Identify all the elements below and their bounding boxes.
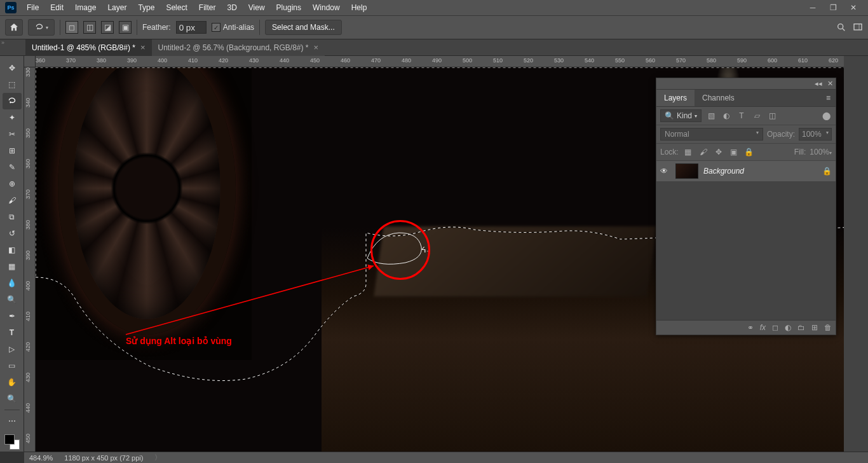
color-swatch[interactable]	[4, 434, 20, 450]
filter-type-icon[interactable]: T	[736, 110, 747, 121]
dock-collapse-handle[interactable]: »	[1, 39, 9, 46]
document-info[interactable]: 1180 px x 450 px (72 ppi)	[64, 454, 143, 462]
healing-tool-icon[interactable]: ⊕	[3, 176, 22, 192]
menu-filter[interactable]: Filter	[194, 1, 221, 14]
active-tool-indicator[interactable]: ▾	[28, 19, 55, 36]
move-tool-icon[interactable]: ✥	[3, 60, 22, 76]
menu-image[interactable]: Image	[70, 1, 101, 14]
shape-tool-icon[interactable]: ▭	[3, 357, 22, 374]
hand-tool-icon[interactable]: ✋	[3, 374, 22, 390]
tab-channels[interactable]: Channels	[695, 90, 742, 106]
menu-help[interactable]: Help	[346, 1, 372, 14]
new-layer-icon[interactable]: ⊞	[811, 323, 818, 332]
zoom-level[interactable]: 484.9%	[29, 454, 53, 462]
feather-input[interactable]	[176, 21, 207, 34]
tab-untitled-2[interactable]: Untitled-2 @ 56.7% (Background, RGB/8#) …	[152, 39, 325, 56]
adjustment-layer-icon[interactable]: ◐	[785, 323, 791, 332]
ruler-tick: 610	[798, 57, 808, 64]
link-layers-icon[interactable]: ⚭	[747, 323, 754, 332]
ruler-origin[interactable]	[24, 56, 36, 67]
pen-tool-icon[interactable]: ✒	[3, 308, 22, 324]
layer-thumbnail[interactable]	[675, 163, 698, 179]
selection-intersect-icon[interactable]: ▣	[119, 21, 132, 34]
menu-plugins[interactable]: Plugins	[271, 1, 306, 14]
brush-tool-icon[interactable]: 🖌	[3, 192, 22, 209]
ruler-tick: 570	[676, 57, 686, 64]
opacity-input[interactable]: 100%▾	[799, 128, 832, 141]
path-selection-tool-icon[interactable]: ▷	[3, 341, 22, 357]
tab-untitled-1[interactable]: Untitled-1 @ 485% (RGB/8#) * ×	[25, 39, 152, 56]
clone-stamp-tool-icon[interactable]: ⧉	[3, 209, 22, 225]
window-close-icon[interactable]: ✕	[844, 1, 863, 14]
search-icon[interactable]	[836, 22, 846, 32]
right-dock-collapsed[interactable]	[844, 56, 868, 452]
dodge-tool-icon[interactable]: 🔍	[3, 291, 22, 308]
eraser-tool-icon[interactable]: ◧	[3, 242, 22, 258]
filter-adjustment-icon[interactable]: ◐	[721, 110, 732, 121]
eyedropper-tool-icon[interactable]: ✎	[3, 159, 22, 176]
menu-select[interactable]: Select	[161, 1, 192, 14]
ruler-horizontal[interactable]: 3603703803904004104204304404504604704804…	[36, 56, 868, 67]
ruler-vertical[interactable]: 330340350360370380390400410420430440450	[24, 67, 36, 452]
delete-layer-icon[interactable]: 🗑	[824, 323, 832, 332]
selection-new-icon[interactable]: ◻	[65, 21, 78, 34]
select-and-mask-button[interactable]: Select and Mask...	[265, 20, 342, 35]
history-brush-tool-icon[interactable]: ↺	[3, 225, 22, 242]
close-icon[interactable]: ×	[140, 43, 146, 52]
menu-view[interactable]: View	[243, 1, 270, 14]
selection-add-icon[interactable]: ◫	[83, 21, 96, 34]
panel-collapse-icon[interactable]: ◂◂	[815, 79, 822, 88]
panel-close-icon[interactable]: ✕	[827, 79, 833, 88]
fill-input[interactable]: 100%▾	[810, 148, 832, 156]
magic-wand-tool-icon[interactable]: ✦	[3, 109, 22, 126]
ruler-tick: 590	[737, 57, 747, 64]
close-icon[interactable]: ×	[313, 43, 318, 52]
menu-window[interactable]: Window	[308, 1, 345, 14]
menu-type[interactable]: Type	[133, 1, 159, 14]
crop-tool-icon[interactable]: ✂	[3, 126, 22, 142]
menu-layer[interactable]: Layer	[102, 1, 132, 14]
ruler-tick: 420	[219, 57, 228, 64]
lock-artboard-icon[interactable]: ▣	[728, 146, 740, 158]
filter-toggle-icon[interactable]: ⬤	[820, 110, 832, 121]
foreground-color-swatch[interactable]	[4, 434, 15, 445]
status-menu-icon[interactable]: 〉	[154, 453, 161, 462]
blur-tool-icon[interactable]: 💧	[3, 275, 22, 291]
zoom-tool-icon[interactable]: 🔍	[3, 390, 22, 407]
antialias-checkbox[interactable]: ✓	[212, 23, 220, 32]
frame-tool-icon[interactable]: ⊞	[3, 142, 22, 159]
layer-mask-icon[interactable]: ◻	[772, 323, 778, 332]
tab-layers[interactable]: Layers	[656, 90, 695, 106]
selection-subtract-icon[interactable]: ◪	[101, 21, 114, 34]
layer-style-icon[interactable]: fx	[760, 323, 766, 332]
edit-toolbar-icon[interactable]: ⋯	[3, 413, 22, 429]
lock-position-icon[interactable]: ✥	[713, 146, 724, 158]
home-button[interactable]	[5, 19, 23, 36]
lock-transparency-icon[interactable]: ▦	[682, 146, 694, 158]
workspace-switcher-icon[interactable]	[853, 22, 863, 32]
visibility-toggle-icon[interactable]: 👁	[660, 167, 670, 176]
menu-3d[interactable]: 3D	[222, 1, 241, 14]
window-minimize-icon[interactable]: ─	[803, 1, 822, 14]
lasso-tool-icon[interactable]	[3, 93, 22, 109]
marquee-tool-icon[interactable]: ⬚	[3, 76, 22, 93]
ruler-tick: 400	[158, 57, 167, 64]
layer-row[interactable]: 👁 Background 🔒	[656, 161, 836, 181]
filter-shape-icon[interactable]: ▱	[751, 110, 763, 121]
menu-edit[interactable]: Edit	[45, 1, 69, 14]
lock-image-icon[interactable]: 🖌	[698, 146, 709, 158]
menu-file[interactable]: File	[22, 1, 44, 14]
filter-pixel-icon[interactable]: ▧	[705, 110, 717, 121]
layer-name[interactable]: Background	[703, 167, 817, 176]
lock-all-icon[interactable]: 🔒	[743, 146, 755, 158]
app-logo: Ps	[5, 2, 17, 13]
gradient-tool-icon[interactable]: ▦	[3, 258, 22, 275]
layer-filter-dropdown[interactable]: 🔍 Kind ▾	[660, 109, 702, 122]
filter-smart-icon[interactable]: ◫	[766, 110, 778, 121]
type-tool-icon[interactable]: T	[3, 324, 22, 341]
ruler-tick: 460	[341, 57, 350, 64]
window-restore-icon[interactable]: ❐	[824, 1, 843, 14]
blend-mode-dropdown[interactable]: Normal▾	[660, 128, 763, 141]
panel-menu-icon[interactable]: ≡	[821, 90, 836, 106]
group-icon[interactable]: 🗀	[797, 323, 805, 332]
